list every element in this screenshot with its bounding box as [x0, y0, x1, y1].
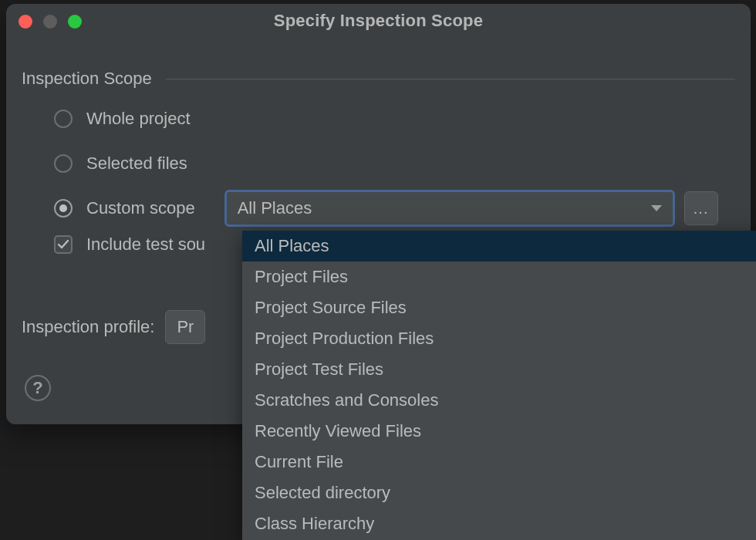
- select-value: All Places: [238, 198, 651, 218]
- dropdown-item[interactable]: Project Test Files: [242, 354, 756, 385]
- radio-button-icon: [54, 199, 73, 218]
- dropdown-item[interactable]: Class Hierarchy: [242, 508, 756, 539]
- radio-whole-project[interactable]: Whole project: [54, 108, 735, 130]
- dropdown-item[interactable]: Recently Viewed Files: [242, 416, 756, 447]
- custom-scope-select[interactable]: All Places: [224, 190, 675, 227]
- custom-scope-dropdown: All PlacesProject FilesProject Source Fi…: [242, 231, 756, 540]
- radio-label: Whole project: [86, 109, 191, 129]
- checkbox-label: Include test sou: [86, 235, 205, 255]
- maximize-window-button[interactable]: [68, 15, 82, 29]
- profile-value: Pr: [177, 317, 194, 337]
- chevron-down-icon: [651, 205, 662, 211]
- dropdown-item[interactable]: All Places: [242, 231, 756, 262]
- help-button[interactable]: ?: [25, 375, 51, 401]
- dropdown-item[interactable]: Selected directory: [242, 478, 756, 508]
- dropdown-item[interactable]: Scratches and Consoles: [242, 385, 756, 416]
- titlebar: Specify Inspection Scope: [6, 4, 751, 38]
- checkbox-icon: [54, 235, 73, 254]
- custom-scope-controls: All Places ...: [224, 190, 718, 227]
- dropdown-item[interactable]: Project Files: [242, 262, 756, 292]
- custom-scope-more-button[interactable]: ...: [684, 191, 718, 225]
- profile-label: Inspection profile:: [22, 317, 154, 337]
- inspection-scope-dialog: Specify Inspection Scope Inspection Scop…: [6, 4, 751, 424]
- section-rule: [166, 79, 735, 79]
- radio-button-icon: [54, 110, 73, 128]
- dialog-title: Specify Inspection Scope: [274, 11, 483, 31]
- close-window-button[interactable]: [19, 15, 32, 29]
- radio-label: Custom scope: [86, 198, 195, 218]
- radio-label: Selected files: [86, 154, 187, 174]
- section-header: Inspection Scope: [22, 69, 735, 89]
- window-controls: [19, 15, 82, 29]
- radio-selected-files[interactable]: Selected files: [54, 153, 735, 174]
- radio-button-icon: [54, 154, 73, 173]
- profile-select[interactable]: Pr: [165, 310, 205, 344]
- dropdown-item[interactable]: Project Source Files: [242, 292, 756, 323]
- dropdown-item[interactable]: Current File: [242, 447, 756, 478]
- minimize-window-button[interactable]: [43, 15, 57, 29]
- section-label: Inspection Scope: [22, 69, 152, 89]
- dropdown-item[interactable]: Project Production Files: [242, 323, 756, 354]
- radio-custom-scope[interactable]: Custom scope All Places ...: [54, 197, 735, 219]
